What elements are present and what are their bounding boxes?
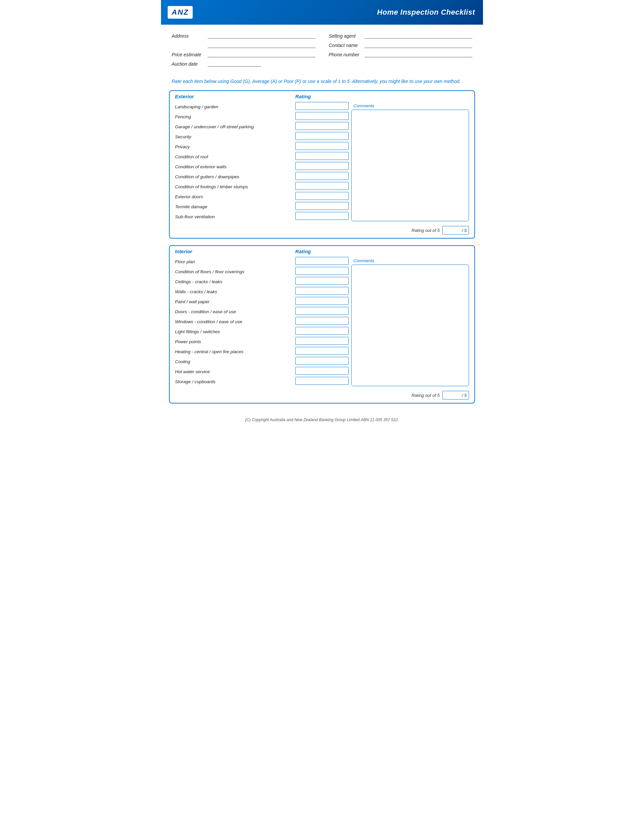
exterior-rating-box-2[interactable]	[295, 122, 349, 130]
exterior-comments-col-label	[351, 93, 469, 99]
exterior-section-label: Exterior	[175, 93, 293, 99]
instructions-text: Rate each item below using Good (G), Ave…	[161, 75, 483, 90]
interior-rating-box-12[interactable]	[295, 377, 349, 385]
interior-item-0: Floor plan	[175, 257, 293, 266]
exterior-rating-out-suffix: / 5	[462, 228, 467, 233]
exterior-item-11: Sub-floor ventilation	[175, 212, 293, 221]
page-title: Home Inspection Checklist	[377, 8, 475, 17]
exterior-header-row: Exterior Rating	[170, 91, 474, 101]
auction-date-input[interactable]	[208, 61, 261, 67]
phone-number-input[interactable]	[365, 51, 472, 57]
exterior-item-6: Condition of exterior walls	[175, 162, 293, 171]
interior-comments-textarea[interactable]	[351, 265, 469, 386]
interior-comments-col-label	[351, 249, 469, 254]
contact-name-row: Contact name	[328, 42, 472, 48]
exterior-rating-box-10[interactable]	[295, 202, 349, 210]
interior-item-9: Heating - central / open fire places	[175, 347, 293, 356]
footer-text: (C) Copyright Australia and New Zealand …	[245, 418, 399, 422]
left-fields: Address Price estimate Auction date	[172, 33, 316, 67]
interior-rating-box-6[interactable]	[295, 317, 349, 325]
interior-rating-box-9[interactable]	[295, 347, 349, 355]
contact-name-label: Contact name	[328, 43, 362, 48]
exterior-rating-box-5[interactable]	[295, 152, 349, 160]
interior-rating-box-1[interactable]	[295, 267, 349, 275]
exterior-comments-textarea[interactable]	[351, 109, 469, 221]
interior-rating-box-0[interactable]	[295, 257, 349, 265]
interior-rating-box-8[interactable]	[295, 337, 349, 345]
anz-logo: ANZ	[172, 8, 189, 16]
exterior-rating-col-label: Rating	[295, 93, 349, 99]
exterior-rating-box-3[interactable]	[295, 132, 349, 140]
exterior-rating-box-7[interactable]	[295, 172, 349, 180]
exterior-rating-col	[295, 102, 349, 221]
exterior-item-4: Privacy	[175, 142, 293, 151]
exterior-item-2: Garage / undercover / off-street parking	[175, 122, 293, 131]
logo-box: ANZ	[167, 6, 193, 19]
phone-number-label: Phone number	[328, 52, 362, 57]
interior-item-11: Hot water service	[175, 367, 293, 376]
interior-header-row: Interior Rating	[170, 246, 474, 256]
address-input-2[interactable]	[208, 42, 316, 48]
interior-item-6: Windows - condition / ease of use	[175, 317, 293, 326]
exterior-rating-out-label: Rating out of 5	[411, 228, 440, 233]
contact-name-input[interactable]	[365, 42, 472, 48]
interior-rating-box-5[interactable]	[295, 307, 349, 315]
exterior-body: Landscaping / gardenFencingGarage / unde…	[170, 101, 474, 224]
exterior-item-3: Security	[175, 132, 293, 141]
interior-item-2: Ceilings - cracks / leaks	[175, 277, 293, 286]
interior-item-10: Cooling	[175, 357, 293, 366]
interior-item-7: Light fittings / switches	[175, 327, 293, 336]
exterior-item-0: Landscaping / garden	[175, 102, 293, 111]
interior-body: Floor planCondition of floors / floor co…	[170, 256, 474, 389]
interior-comments-col: Comments	[351, 257, 469, 386]
exterior-item-8: Condition of footings / timber stumps	[175, 182, 293, 191]
price-estimate-input[interactable]	[208, 51, 316, 57]
exterior-rating-box-6[interactable]	[295, 162, 349, 170]
interior-item-4: Paint / wall paper	[175, 297, 293, 306]
phone-number-row: Phone number	[328, 51, 472, 57]
interior-item-5: Doors - condition / ease of use	[175, 307, 293, 316]
interior-rating-box-7[interactable]	[295, 327, 349, 335]
interior-rating-out-label: Rating out of 5	[411, 393, 440, 398]
page-footer: (C) Copyright Australia and New Zealand …	[161, 414, 483, 427]
auction-date-label: Auction date	[172, 61, 205, 67]
interior-rating-box-2[interactable]	[295, 277, 349, 285]
exterior-comments-label: Comments	[351, 102, 469, 109]
address-field-row: Address	[172, 33, 316, 39]
selling-agent-input[interactable]	[365, 33, 472, 39]
address-input[interactable]	[208, 33, 316, 39]
selling-agent-row: Selling agent	[328, 33, 472, 39]
exterior-rating-box-0[interactable]	[295, 102, 349, 110]
selling-agent-label: Selling agent	[328, 33, 362, 39]
address-field-row-2	[172, 42, 316, 48]
interior-section-label: Interior	[175, 249, 293, 254]
interior-rating-out-box[interactable]: / 5	[442, 391, 469, 399]
exterior-rating-out-box[interactable]: / 5	[442, 226, 469, 235]
exterior-item-9: Exterior doors	[175, 192, 293, 201]
interior-rating-box-4[interactable]	[295, 297, 349, 305]
interior-comments-label: Comments	[351, 257, 469, 265]
exterior-item-5: Condition of roof	[175, 152, 293, 161]
interior-rating-box-10[interactable]	[295, 357, 349, 365]
interior-rating-out-suffix: / 5	[462, 393, 467, 398]
interior-rating-box-11[interactable]	[295, 367, 349, 375]
exterior-item-10: Termite damage	[175, 202, 293, 211]
exterior-comments-col: Comments	[351, 102, 469, 221]
interior-items-col: Floor planCondition of floors / floor co…	[175, 257, 293, 386]
exterior-rating-box-4[interactable]	[295, 142, 349, 150]
exterior-rating-box-11[interactable]	[295, 212, 349, 220]
interior-rating-box-3[interactable]	[295, 287, 349, 295]
exterior-rating-box-9[interactable]	[295, 192, 349, 200]
interior-rating-footer: Rating out of 5 / 5	[170, 389, 474, 403]
exterior-items-col: Landscaping / gardenFencingGarage / unde…	[175, 102, 293, 221]
interior-item-1: Condition of floors / floor coverings	[175, 267, 293, 276]
exterior-rating-box-8[interactable]	[295, 182, 349, 190]
price-estimate-row: Price estimate	[172, 51, 316, 57]
exterior-item-7: Condition of gutters / downpipes	[175, 172, 293, 181]
price-estimate-label: Price estimate	[172, 52, 205, 57]
form-section: Address Price estimate Auction date Sell…	[161, 25, 483, 75]
interior-rating-col-label: Rating	[295, 249, 349, 254]
exterior-rating-box-1[interactable]	[295, 112, 349, 120]
interior-item-3: Walls - cracks / leaks	[175, 287, 293, 296]
interior-item-8: Power points	[175, 337, 293, 346]
